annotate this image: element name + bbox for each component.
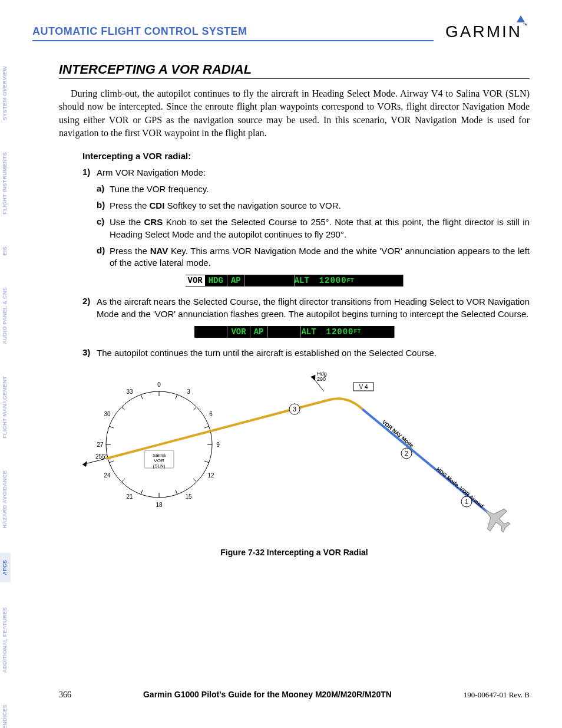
step-1: 1) Arm VOR Navigation Mode:	[82, 167, 530, 179]
tab-flight-instruments[interactable]: FLIGHT INSTRUMENTS	[0, 145, 11, 221]
section-title: AUTOMATIC FLIGHT CONTROL SYSTEM	[32, 25, 434, 41]
annun-alt-value: 12000	[319, 276, 347, 285]
svg-text:(SLN): (SLN)	[153, 463, 165, 469]
svg-text:18: 18	[156, 502, 163, 508]
procedure-subhead: Intercepting a VOR radial:	[82, 151, 530, 161]
svg-text:24: 24	[104, 472, 111, 479]
svg-line-17	[193, 407, 197, 410]
page-header: AUTOMATIC FLIGHT CONTROL SYSTEM GARMIN™	[32, 22, 530, 41]
page-footer: 366 Garmin G1000 Pilot's Guide for the M…	[59, 690, 530, 700]
svg-text:3: 3	[292, 406, 296, 413]
step-num: c)	[97, 216, 110, 241]
annun-ft: FT	[347, 278, 354, 284]
svg-line-27	[109, 426, 114, 428]
svg-text:2: 2	[404, 450, 408, 457]
page-number: 366	[59, 690, 71, 700]
figure-caption: Figure 7-32 Intercepting a VOR Radial	[59, 548, 530, 557]
step-text: As the aircraft nears the Selected Cours…	[97, 296, 530, 320]
logo-triangle-icon	[517, 15, 525, 22]
svg-line-25	[141, 490, 143, 495]
step-text: Tune the VOR frequency.	[110, 183, 530, 195]
svg-line-23	[204, 461, 209, 463]
intro-paragraph: During climb-out, the autopilot continue…	[59, 87, 530, 140]
annun-ap: AP	[227, 275, 245, 286]
step-3: 3) The autopilot continues the turn unti…	[82, 347, 530, 359]
annun-vor-active: VOR	[227, 326, 250, 338]
step-num: b)	[97, 200, 110, 212]
footer-revision: 190-00647-01 Rev. B	[464, 690, 530, 700]
tab-hazard-avoidance[interactable]: HAZARD AVOIDANCE	[0, 463, 11, 535]
svg-text:15: 15	[185, 493, 192, 500]
svg-text:3: 3	[187, 388, 190, 395]
step-num: a)	[97, 183, 110, 195]
side-tabs: SYSTEM OVERVIEW FLIGHT INSTRUMENTS EIS A…	[0, 59, 29, 728]
footer-title: Garmin G1000 Pilot's Guide for the Moone…	[143, 690, 392, 699]
svg-marker-34	[82, 461, 87, 467]
svg-text:255°: 255°	[95, 453, 108, 460]
tab-eis[interactable]: EIS	[0, 239, 11, 262]
svg-text:12: 12	[207, 472, 214, 479]
annunciator-bar-2: VOR AP ALT 12000FT	[194, 326, 395, 338]
step-num: 3)	[82, 347, 97, 359]
svg-text:33: 33	[126, 388, 133, 395]
annun-alt: ALT	[301, 327, 316, 337]
heading-intercepting: INTERCEPTING A VOR RADIAL	[59, 62, 530, 79]
svg-text:9: 9	[216, 442, 220, 448]
step-num: 1)	[82, 167, 97, 179]
svg-line-19	[121, 407, 125, 410]
tab-additional-features[interactable]: ADDITIONAL FEATURES	[0, 600, 11, 680]
annunciator-bar-1: VOR HDG AP ALT 12000FT	[186, 275, 404, 286]
figure-7-32: 0 3 6 9 12 15 18 21 24 27 30 33	[71, 365, 518, 542]
svg-line-21	[176, 394, 177, 399]
tab-appendices[interactable]: APPENDICES	[0, 697, 11, 728]
tab-flight-management[interactable]: FLIGHT MANAGEMENT	[0, 369, 11, 446]
logo-text: GARMIN	[445, 22, 522, 41]
step-text: Press the CDI Softkey to set the navigat…	[110, 200, 530, 212]
svg-text:0: 0	[157, 381, 161, 388]
step-num: d)	[97, 245, 110, 269]
annun-alt-value: 12000	[326, 327, 354, 337]
step-text: Press the NAV Key. This arms VOR Navigat…	[110, 245, 530, 269]
step-text: Arm VOR Navigation Mode:	[97, 167, 530, 179]
annun-alt: ALT	[295, 276, 309, 285]
svg-text:290: 290	[317, 376, 326, 382]
annun-vor-armed: VOR	[186, 275, 205, 286]
step-1a: a) Tune the VOR frequency.	[97, 183, 530, 195]
svg-text:1: 1	[464, 498, 468, 505]
svg-text:30: 30	[104, 411, 111, 417]
svg-line-28	[141, 394, 143, 399]
svg-line-18	[121, 479, 125, 482]
step-1c: c) Use the CRS Knob to set the Selected …	[97, 216, 530, 241]
svg-text:21: 21	[126, 493, 133, 500]
svg-text:VOR: VOR	[154, 458, 164, 463]
tab-afcs[interactable]: AFCS	[0, 553, 11, 582]
svg-text:HDG Mode, VOR Armed: HDG Mode, VOR Armed	[435, 466, 484, 509]
garmin-logo: GARMIN™	[445, 22, 530, 41]
logo-tm: ™	[523, 22, 530, 28]
step-text: Use the CRS Knob to set the Selected Cou…	[110, 216, 530, 241]
step-text: The autopilot continues the turn until t…	[97, 347, 530, 359]
step-2: 2) As the aircraft nears the Selected Co…	[82, 296, 530, 320]
annun-ft: FT	[354, 328, 361, 335]
step-1d: d) Press the NAV Key. This arms VOR Navi…	[97, 245, 530, 269]
svg-text:6: 6	[209, 411, 213, 417]
svg-line-22	[204, 426, 209, 428]
svg-text:VOR NAV Mode: VOR NAV Mode	[381, 419, 414, 449]
page-content: INTERCEPTING A VOR RADIAL During climb-o…	[59, 62, 530, 557]
svg-line-20	[193, 479, 197, 482]
svg-line-24	[176, 490, 177, 495]
svg-text:27: 27	[97, 442, 104, 448]
svg-line-26	[109, 461, 114, 463]
tab-audio-panel[interactable]: AUDIO PANEL & CNS	[0, 280, 11, 351]
step-1b: b) Press the CDI Softkey to set the navi…	[97, 200, 530, 212]
tab-system-overview[interactable]: SYSTEM OVERVIEW	[0, 59, 11, 127]
annun-hdg: HDG	[205, 275, 227, 286]
step-num: 2)	[82, 296, 97, 320]
svg-text:V 4: V 4	[359, 384, 368, 390]
annun-ap: AP	[250, 326, 268, 338]
svg-text:Salina: Salina	[152, 453, 166, 458]
